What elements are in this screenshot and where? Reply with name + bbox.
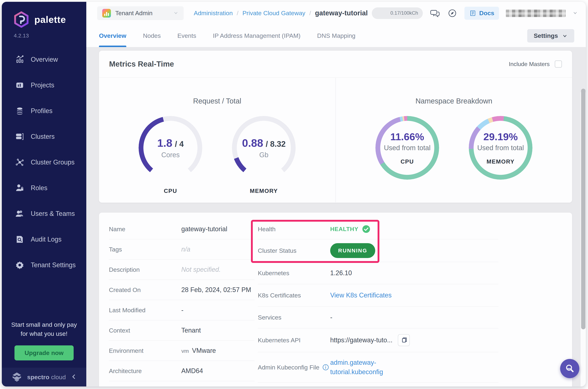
search-fab-button[interactable] [560, 359, 579, 378]
user-name-redacted[interactable] [506, 9, 566, 17]
breadcrumb-current: gateway-tutorial [315, 9, 368, 17]
detail-row-services: Services - [258, 307, 498, 328]
environment-label: Environment [109, 347, 181, 354]
cluster-groups-icon [15, 158, 24, 167]
breadcrumb-private-cloud-gateway[interactable]: Private Cloud Gateway [242, 10, 305, 17]
compass-icon[interactable] [447, 8, 457, 18]
cpu-used-subtitle: Used from total [384, 144, 431, 152]
tenant-admin-icon [102, 9, 111, 18]
breadcrumb-separator: / [237, 10, 238, 17]
sidebar-item-tenant-settings[interactable]: Tenant Settings [2, 252, 86, 278]
overview-icon [15, 55, 24, 64]
request-total-panel: Request / Total 1.8 / 4 [99, 78, 336, 202]
copy-api-url-button[interactable] [398, 334, 410, 346]
spectro-cloud-logo-icon [11, 371, 22, 383]
memory-donut: 29.19% Used from total MEMORY [468, 116, 533, 180]
description-value: Not specified. [181, 266, 221, 273]
settings-button[interactable]: Settings [527, 29, 574, 42]
last-modified-value: - [181, 306, 183, 314]
scrollbar-track[interactable] [580, 92, 586, 387]
tags-value: n/a [181, 246, 190, 253]
admin-kubeconfig-label: Admin Kubeconfig File [258, 364, 330, 371]
view-k8s-certificates-link[interactable]: View K8s Certificates [330, 292, 392, 299]
cpu-total-value: / 4 [175, 139, 184, 149]
sidebar-item-label: Audit Logs [31, 236, 62, 243]
kubernetes-label: Kubernetes [258, 270, 330, 277]
sidebar-item-projects[interactable]: Projects [2, 72, 86, 98]
memory-request-value: 0.88 [242, 137, 263, 149]
sidebar-item-clusters[interactable]: Clusters [2, 124, 86, 149]
topbar-right: 0.17/100kCh Docs [372, 7, 578, 20]
include-masters-label: Include Masters [509, 61, 550, 67]
detail-row-kubernetes-api: Kubernetes API https://gateway-tuto... [258, 328, 498, 352]
scrollbar-thumb[interactable] [581, 89, 586, 329]
created-on-value: 28 Feb, 2024, 02:57 PM [181, 286, 251, 294]
tab-overview[interactable]: Overview [99, 24, 126, 47]
footer-brand: spectro cloud [27, 374, 66, 381]
sidebar-item-label: Profiles [31, 107, 52, 115]
architecture-label: Architecture [109, 367, 181, 375]
sidebar-item-overview[interactable]: Overview [2, 47, 86, 72]
last-modified-label: Last Modified [109, 307, 181, 314]
settings-label: Settings [534, 32, 558, 39]
tabs: Overview Nodes Events IP Address Managem… [99, 24, 356, 47]
sidebar-item-profiles[interactable]: Profiles [2, 98, 86, 124]
tab-dns-mapping[interactable]: DNS Mapping [317, 24, 356, 47]
cpu-gauge-label: CPU [138, 188, 203, 194]
detail-row-last-modified: Last Modified - [109, 300, 255, 321]
tab-events[interactable]: Events [177, 24, 196, 47]
tenant-scope-selector[interactable]: Tenant Admin [97, 6, 184, 20]
metrics-header: Metrics Real-Time Include Masters [99, 51, 572, 78]
detail-row-k8s-certificates: K8s Certificates View K8s Certificates [258, 284, 498, 307]
upgrade-now-button[interactable]: Upgrade now [14, 345, 74, 360]
app-window: palette 4.2.13 Overview Projects [2, 2, 586, 387]
sidebar: palette 4.2.13 Overview Projects [2, 2, 86, 387]
include-masters-checkbox[interactable] [555, 61, 562, 68]
details-left-column: Name gateway-tutorial Tags n/a Descripti… [109, 213, 255, 381]
architecture-value: AMD64 [181, 367, 203, 375]
credits-badge: 0.17/100kCh [372, 7, 423, 19]
tabs-bar: Overview Nodes Events IP Address Managem… [86, 24, 586, 47]
namespace-breakdown-title: Namespace Breakdown [336, 97, 572, 105]
docs-button[interactable]: Docs [464, 7, 499, 20]
context-label: Context [109, 327, 181, 334]
details-card: Name gateway-tutorial Tags n/a Descripti… [99, 213, 572, 387]
sidebar-item-label: Clusters [31, 133, 55, 140]
services-label: Services [258, 314, 330, 321]
clusters-icon [15, 132, 24, 141]
sidebar-footer: spectro cloud [2, 368, 86, 387]
check-badge-icon [362, 225, 370, 233]
cpu-unit: Cores [161, 151, 180, 159]
sidebar-collapse-button[interactable] [71, 373, 77, 381]
tab-ipam[interactable]: IP Address Management (IPAM) [213, 24, 300, 47]
sidebar-item-roles[interactable]: Roles [2, 175, 86, 201]
tenant-settings-icon [15, 260, 24, 270]
description-label: Description [109, 266, 181, 273]
sidebar-item-audit-logs[interactable]: Audit Logs [2, 227, 86, 252]
cpu-donut-label: CPU [401, 158, 414, 165]
sidebar-item-cluster-groups[interactable]: Cluster Groups [2, 149, 86, 175]
info-icon[interactable] [322, 364, 329, 371]
breadcrumb-administration[interactable]: Administration [194, 10, 233, 17]
sidebar-item-users-teams[interactable]: Users & Teams [2, 201, 86, 227]
name-label: Name [109, 226, 181, 233]
magnifier-icon [564, 363, 575, 374]
cluster-status-badge: RUNNING [330, 243, 375, 258]
user-menu-chevron-icon[interactable] [572, 10, 578, 16]
main-area: Tenant Admin Administration / Private Cl… [86, 2, 586, 387]
admin-kubeconfig-link[interactable]: admin.gateway-tutorial.kubeconfig [330, 358, 415, 377]
detail-row-health: Health HEALTHY [258, 219, 498, 239]
memory-gauge: 0.88 / 8.32 Gb MEMORY [231, 116, 296, 194]
chat-icon[interactable] [430, 8, 440, 18]
sidebar-item-label: Users & Teams [31, 210, 75, 218]
copy-icon [400, 337, 407, 344]
cpu-request-value: 1.8 [157, 137, 172, 149]
detail-row-partial: 1.0.5/8834021322 [258, 383, 498, 387]
tab-nodes[interactable]: Nodes [143, 24, 161, 47]
environment-value: vmVMware [181, 347, 216, 355]
breadcrumb: Administration / Private Cloud Gateway /… [194, 9, 368, 17]
detail-row-kubernetes: Kubernetes 1.26.10 [258, 262, 498, 284]
cluster-status-label: Cluster Status [258, 247, 330, 254]
memory-donut-label: MEMORY [487, 158, 515, 165]
upsell-line2: for what you use! [7, 329, 81, 338]
